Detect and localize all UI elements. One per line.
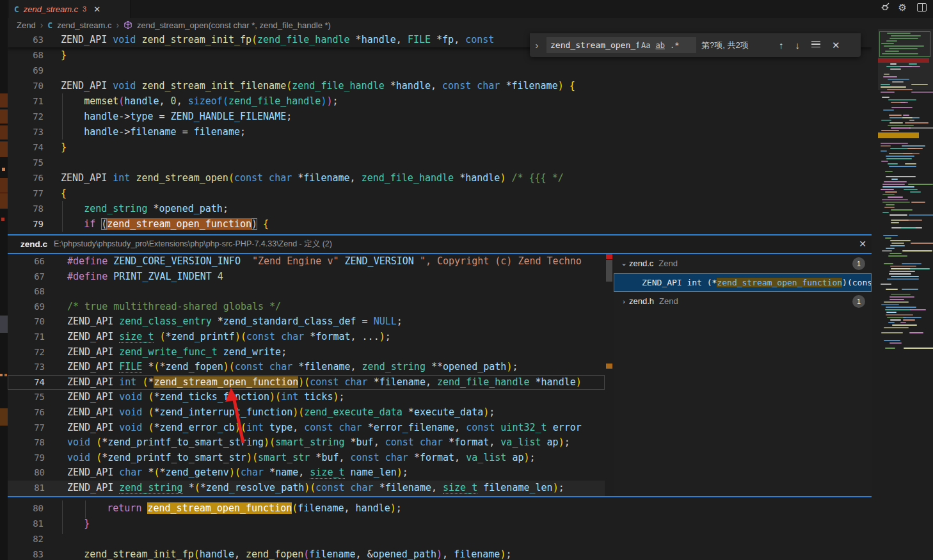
minimap-line: [908, 184, 932, 185]
token: ,: [489, 436, 500, 448]
split-editor-icon[interactable]: [917, 3, 927, 12]
token: FILE: [119, 361, 142, 373]
minimap-line: [891, 179, 898, 180]
code-line[interactable]: 69: [8, 63, 872, 78]
code-line[interactable]: 77ZEND_API void (*zend_error_cb)(int typ…: [8, 420, 605, 436]
minimap-line: [905, 122, 929, 124]
code-line[interactable]: 77{: [8, 186, 872, 201]
breadcrumb-symbol[interactable]: zend_stream_open(const char *, zend_file…: [137, 20, 331, 30]
code-line[interactable]: 79 if (zend_stream_open_function) {: [8, 216, 872, 232]
minimap-line: [891, 294, 911, 295]
minimap-line: [889, 271, 916, 272]
close-peek-icon[interactable]: ✕: [859, 239, 866, 249]
code-line[interactable]: 80ZEND_API char *(*zend_getenv)(char *na…: [8, 465, 605, 481]
code-line[interactable]: 82: [8, 531, 872, 547]
code-line[interactable]: 76ZEND_API int zend_stream_open(const ch…: [8, 170, 872, 186]
token: , ...: [351, 331, 379, 342]
tab-close-icon[interactable]: ✕: [93, 4, 100, 14]
whole-word-icon[interactable]: ab: [653, 40, 667, 51]
find-input[interactable]: [550, 40, 639, 50]
code-line[interactable]: 70ZEND_API void zend_stream_init_filenam…: [8, 78, 872, 93]
chevron-down-icon[interactable]: ⌄: [619, 259, 629, 268]
code-line[interactable]: 71ZEND_API size_t (*zend_printf)(const c…: [8, 330, 605, 345]
breadcrumb-folder[interactable]: Zend: [17, 20, 36, 30]
code-line[interactable]: 79void (*zend_printf_to_smart_str)(smart…: [8, 451, 605, 466]
code-line[interactable]: 81 }: [8, 516, 872, 531]
previous-match-button[interactable]: ↑: [776, 38, 787, 52]
code-line[interactable]: 67#define PRINT_ZVAL_INDENT 4: [8, 269, 605, 285]
code-line[interactable]: 71 memset(handle, 0, sizeof(zend_file_ha…: [8, 93, 872, 109]
token: buf: [321, 452, 339, 463]
code-text: ZEND_API zend_class_entry *zend_standard…: [45, 314, 403, 330]
toggle-replace-icon[interactable]: ›: [532, 40, 541, 51]
minimap-line: [891, 127, 911, 129]
editor-main-top[interactable]: 63ZEND_API void zend_stream_init_fp(zend…: [8, 32, 872, 234]
token: ): [251, 218, 257, 230]
chevron-right-icon[interactable]: ›: [619, 298, 629, 305]
token: ): [553, 482, 559, 493]
code-line[interactable]: 72 handle->type = ZEND_HANDLE_FILENAME;: [8, 109, 872, 124]
regex-icon[interactable]: .*: [667, 40, 682, 51]
minimap-line: [881, 284, 891, 285]
minimap-line: [889, 166, 916, 167]
token: memset: [84, 95, 118, 107]
code-line[interactable]: 75ZEND_API void (*zend_ticks_function)(i…: [8, 390, 605, 405]
gear-icon[interactable]: ⚙: [898, 3, 907, 12]
peek-editor[interactable]: 66#define ZEND_CORE_VERSION_INFO "Zend E…: [8, 254, 605, 496]
token: zend_file_handle: [228, 95, 321, 107]
reference-match-row[interactable]: ZEND_API int (*zend_stream_open_function…: [614, 273, 872, 292]
token: const char: [246, 331, 310, 342]
minimap[interactable]: [878, 29, 933, 354]
token: FILE: [408, 34, 436, 45]
token: (: [154, 361, 159, 372]
minimap-line: [886, 158, 911, 159]
token: ZEND_API: [61, 172, 113, 184]
code-line[interactable]: 75: [8, 155, 872, 170]
code-text: return zend_stream_open_function(filenam…: [44, 500, 402, 516]
code-line[interactable]: 78void (*zend_printf_to_smart_string)(sm…: [8, 435, 605, 451]
reference-file-row[interactable]: ⌄zend.cZend1: [614, 254, 872, 273]
code-line[interactable]: 66#define ZEND_CORE_VERSION_INFO "Zend E…: [8, 254, 605, 269]
token: *: [298, 361, 304, 372]
minimap-line: [889, 273, 911, 275]
code-text: ZEND_API void (*zend_interrupt_function)…: [45, 405, 495, 420]
indent-guide: [62, 201, 63, 232]
scrollbar-slider[interactable]: [606, 260, 612, 282]
token: ZEND_API: [67, 467, 119, 478]
code-line[interactable]: 72ZEND_API zend_write_func_t zend_write;: [8, 345, 605, 360]
code-line[interactable]: 68: [8, 284, 605, 300]
token: (: [118, 95, 124, 107]
breadcrumb-file[interactable]: zend_stream.c: [57, 20, 111, 30]
match-case-icon[interactable]: Aa: [639, 40, 653, 51]
peek-title: zend.c: [20, 239, 47, 249]
code-line[interactable]: 81ZEND_API zend_string *(*zend_resolve_p…: [8, 481, 605, 496]
code-line[interactable]: 70ZEND_API zend_class_entry *zend_standa…: [8, 314, 605, 330]
code-line[interactable]: 78 zend_string *opened_path;: [8, 201, 872, 216]
find-results-count: 第?项, 共2项: [701, 40, 770, 51]
reference-file-row[interactable]: ›zend.hZend1: [614, 292, 872, 311]
code-text: }: [44, 516, 90, 531]
minimap-line: [909, 63, 917, 65]
token: NULL: [374, 316, 397, 327]
minimap-line: [904, 348, 933, 349]
code-line[interactable]: 80 return zend_stream_open_function(file…: [8, 500, 872, 516]
run-debug-icon[interactable]: ⌄: [881, 2, 888, 12]
close-find-icon[interactable]: ✕: [829, 38, 843, 52]
token: type: [269, 422, 292, 433]
code-line[interactable]: 74ZEND_API int (*zend_stream_open_functi…: [8, 375, 605, 390]
code-line[interactable]: 83 zend_stream_init_fp(handle, zend_fope…: [8, 547, 872, 560]
find-in-selection-icon[interactable]: [808, 38, 824, 53]
code-line[interactable]: 73 handle->filename = filename;: [8, 124, 872, 140]
next-match-button[interactable]: ↓: [792, 38, 804, 52]
editor-main-bottom[interactable]: 80 return zend_stream_open_function(file…: [8, 497, 872, 560]
code-line[interactable]: 73ZEND_API FILE *(*zend_fopen)(const cha…: [8, 360, 605, 375]
code-line[interactable]: 69/* true multithread-shared globals */: [8, 300, 605, 315]
code-line[interactable]: 76ZEND_API void (*zend_interrupt_functio…: [8, 405, 605, 420]
code-line[interactable]: 74}: [8, 140, 872, 155]
line-number: 81: [8, 481, 45, 496]
minimap-line: [889, 115, 902, 116]
peek-scrollbar[interactable]: [605, 254, 614, 496]
token: ,: [177, 95, 188, 107]
tab-zend-stream[interactable]: C zend_stream.c 3 ✕: [9, 0, 131, 18]
token: filename: [379, 376, 426, 388]
